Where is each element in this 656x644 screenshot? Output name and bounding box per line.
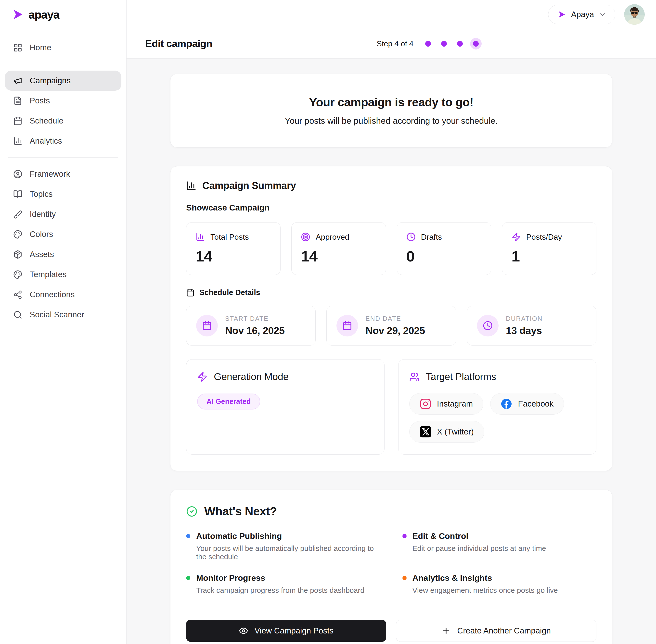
file-text-icon: [13, 96, 22, 106]
create-another-campaign-button[interactable]: Create Another Campaign: [396, 620, 597, 642]
view-campaign-posts-button[interactable]: View Campaign Posts: [186, 620, 386, 642]
facebook-icon: [501, 398, 512, 410]
bar-chart-icon: [13, 137, 22, 145]
step-dot-3: [457, 41, 463, 47]
stats-grid: Total Posts 14 Approved 14: [186, 222, 596, 275]
sidebar-item-label: Schedule: [30, 116, 64, 125]
sidebar-item-connections[interactable]: Connections: [5, 284, 122, 305]
step-indicator: Step 4 of 4: [377, 40, 479, 48]
apaya-logo-icon: [11, 8, 24, 21]
stat-value: 1: [511, 248, 587, 265]
end-date-card: END DATE Nov 29, 2025: [326, 306, 456, 346]
megaphone-icon: [13, 76, 22, 85]
next-item-title: Automatic Publishing: [196, 531, 282, 541]
search-icon: [13, 310, 22, 319]
brush-icon: [13, 210, 22, 219]
sidebar-item-social-scanner[interactable]: Social Scanner: [5, 305, 122, 325]
sidebar-item-assets[interactable]: Assets: [5, 244, 122, 264]
platform-pill-x-twitter: X (Twitter): [409, 421, 484, 442]
check-circle-icon: [186, 506, 197, 517]
sidebar-item-label: Identity: [30, 209, 56, 219]
action-buttons-row: View Campaign Posts Create Another Campa…: [186, 620, 596, 642]
user-avatar[interactable]: [624, 4, 645, 25]
generation-mode-title: Generation Mode: [214, 371, 289, 382]
sidebar-item-templates[interactable]: Templates: [5, 264, 122, 284]
success-title: Your campaign is ready to go!: [185, 96, 597, 109]
palette-icon: [13, 230, 22, 239]
sidebar-item-posts[interactable]: Posts: [5, 91, 122, 111]
workspace-name: Apaya: [571, 10, 594, 19]
next-item-monitor-progress: Monitor Progress Track campaign progress…: [186, 573, 380, 595]
generation-mode-box: Generation Mode AI Generated: [186, 359, 385, 455]
success-banner-card: Your campaign is ready to go! Your posts…: [170, 74, 612, 147]
eye-icon: [239, 626, 248, 636]
sidebar-item-label: Topics: [30, 189, 53, 199]
duration-card: DURATION 13 days: [467, 306, 596, 346]
sidebar-item-framework[interactable]: Framework: [5, 164, 122, 184]
calendar-icon: [13, 116, 22, 125]
next-item-edit-control: Edit & Control Edit or pause individual …: [402, 531, 597, 561]
page-header: Edit campaign Step 4 of 4: [127, 29, 656, 59]
step-dot-2: [441, 41, 447, 47]
bar-chart-icon: [196, 232, 205, 242]
sidebar-item-home[interactable]: Home: [5, 38, 122, 58]
campaign-summary-card: Campaign Summary Showcase Campaign Total…: [170, 166, 612, 471]
step-dot-4-current: [473, 41, 479, 47]
page-title: Edit campaign: [145, 38, 212, 49]
grid-icon: [13, 43, 22, 52]
next-item-desc: Your posts will be automatically publish…: [186, 544, 380, 561]
stat-value: 0: [406, 248, 482, 265]
clock-icon: [477, 315, 499, 337]
bar-chart-icon: [186, 181, 196, 191]
schedule-details-title: Schedule Details: [199, 288, 260, 297]
start-date-card: START DATE Nov 16, 2025: [186, 306, 315, 346]
bullet-dot: [402, 534, 407, 538]
schedule-grid: START DATE Nov 16, 2025 END DATE Nov 29,…: [186, 306, 596, 346]
sidebar-item-colors[interactable]: Colors: [5, 224, 122, 244]
start-date-label: START DATE: [225, 315, 284, 322]
end-date-label: END DATE: [365, 315, 425, 322]
chevron-down-icon: [599, 11, 606, 18]
sidebar-item-label: Campaigns: [30, 76, 71, 85]
brand-name: apaya: [28, 8, 59, 21]
sidebar-item-identity[interactable]: Identity: [5, 204, 122, 224]
sidebar-item-label: Social Scanner: [30, 310, 84, 319]
avatar-image: [624, 4, 645, 25]
zap-icon: [197, 372, 207, 382]
summary-header: Campaign Summary: [186, 180, 596, 191]
sidebar-item-topics[interactable]: Topics: [5, 184, 122, 204]
stat-value: 14: [301, 248, 376, 265]
topbar: Apaya: [127, 0, 656, 29]
target-platforms-title: Target Platforms: [426, 371, 496, 382]
bullet-dot: [186, 534, 190, 538]
next-steps-grid: Automatic Publishing Your posts will be …: [186, 531, 596, 595]
whats-next-header: What's Next?: [186, 505, 596, 518]
button-label: View Campaign Posts: [255, 626, 333, 636]
platform-pill-facebook: Facebook: [490, 393, 564, 415]
next-item-desc: Edit or pause individual posts at any ti…: [402, 544, 597, 553]
share-icon: [13, 290, 22, 299]
brand-logo[interactable]: apaya: [0, 0, 126, 29]
app-window: apaya Home Campaigns Posts Schedule: [0, 0, 656, 644]
stat-value: 14: [196, 248, 271, 265]
users-icon: [409, 372, 420, 382]
sidebar-item-campaigns[interactable]: Campaigns: [5, 71, 122, 91]
next-item-title: Monitor Progress: [196, 573, 265, 583]
next-item-title: Analytics & Insights: [413, 573, 492, 583]
sidebar-item-label: Assets: [30, 250, 54, 259]
plus-icon: [441, 626, 451, 636]
campaign-name: Showcase Campaign: [186, 203, 596, 212]
sidebar-item-schedule[interactable]: Schedule: [5, 111, 122, 131]
sidebar-item-label: Connections: [30, 290, 74, 299]
zap-icon: [511, 232, 521, 242]
sidebar-item-label: Posts: [30, 96, 50, 106]
sidebar-item-label: Framework: [30, 169, 70, 179]
workspace-switcher-button[interactable]: Apaya: [548, 5, 615, 24]
book-open-icon: [13, 190, 22, 199]
user-circle-icon: [13, 169, 22, 179]
stat-label: Drafts: [421, 233, 442, 242]
target-platforms-box: Target Platforms Instagram Facebook: [398, 359, 597, 455]
sidebar-item-analytics[interactable]: Analytics: [5, 131, 122, 151]
stat-label: Approved: [315, 233, 349, 242]
next-item-automatic-publishing: Automatic Publishing Your posts will be …: [186, 531, 380, 561]
